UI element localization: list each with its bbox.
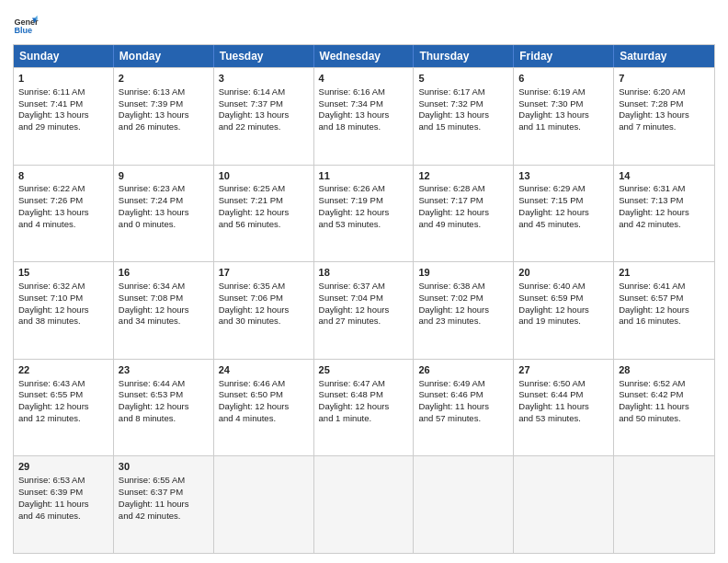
day-info-line: Sunrise: 6:44 AM: [119, 378, 209, 390]
day-info-line: Sunset: 6:53 PM: [119, 389, 209, 401]
day-info-line: Sunrise: 6:17 AM: [418, 86, 508, 98]
day-cell-15: 15Sunrise: 6:32 AMSunset: 7:10 PMDayligh…: [14, 262, 114, 359]
day-cell-14: 14Sunrise: 6:31 AMSunset: 7:13 PMDayligh…: [614, 166, 714, 262]
day-cell-4: 4Sunrise: 6:16 AMSunset: 7:34 PMDaylight…: [314, 68, 415, 165]
day-info-line: Sunrise: 6:11 AM: [18, 86, 108, 98]
day-info-line: Sunset: 6:39 PM: [18, 487, 108, 499]
day-info-line: Sunset: 7:10 PM: [18, 293, 108, 304]
day-number: 16: [119, 266, 209, 280]
header-day-wednesday: Wednesday: [314, 45, 415, 67]
day-info-line: Daylight: 13 hours: [619, 109, 710, 121]
day-info-line: Daylight: 12 hours: [18, 401, 108, 413]
day-info-line: Sunset: 7:37 PM: [219, 98, 309, 110]
day-number: 11: [319, 169, 409, 183]
day-info-line: Daylight: 12 hours: [518, 207, 609, 219]
empty-cell: [514, 456, 614, 553]
day-cell-10: 10Sunrise: 6:25 AMSunset: 7:21 PMDayligh…: [214, 166, 314, 262]
day-info-line: and 18 minutes.: [319, 121, 409, 133]
header-day-monday: Monday: [114, 45, 214, 67]
day-number: 3: [219, 72, 309, 86]
day-number: 18: [319, 266, 409, 280]
day-info-line: Sunset: 7:28 PM: [619, 98, 710, 110]
day-info-line: Sunrise: 6:55 AM: [119, 475, 209, 487]
day-info-line: Sunrise: 6:26 AM: [319, 183, 409, 195]
calendar: SundayMondayTuesdayWednesdayThursdayFrid…: [13, 44, 715, 554]
day-info-line: Sunrise: 6:19 AM: [518, 86, 609, 98]
day-info-line: and 4 minutes.: [18, 219, 108, 231]
day-info-line: Sunset: 7:21 PM: [219, 195, 309, 207]
day-info-line: and 34 minutes.: [119, 316, 209, 327]
day-info-line: Sunrise: 6:38 AM: [418, 281, 508, 293]
day-cell-17: 17Sunrise: 6:35 AMSunset: 7:06 PMDayligh…: [214, 262, 314, 359]
day-info-line: Sunrise: 6:46 AM: [219, 378, 309, 390]
day-info-line: Daylight: 11 hours: [18, 499, 108, 511]
day-cell-28: 28Sunrise: 6:52 AMSunset: 6:42 PMDayligh…: [614, 360, 714, 456]
day-info-line: and 19 minutes.: [518, 316, 609, 327]
day-info-line: Daylight: 12 hours: [619, 304, 710, 316]
day-info-line: Daylight: 13 hours: [119, 207, 209, 219]
day-cell-25: 25Sunrise: 6:47 AMSunset: 6:48 PMDayligh…: [314, 360, 415, 456]
day-info-line: and 53 minutes.: [319, 219, 409, 231]
day-info-line: Sunset: 7:17 PM: [418, 195, 508, 207]
day-info-line: and 0 minutes.: [119, 219, 209, 231]
day-number: 26: [418, 363, 508, 377]
day-number: 10: [219, 169, 309, 183]
day-number: 14: [619, 169, 710, 183]
day-info-line: Daylight: 13 hours: [219, 109, 309, 121]
empty-cell: [214, 456, 314, 553]
day-info-line: Sunrise: 6:23 AM: [119, 183, 209, 195]
day-info-line: and 16 minutes.: [619, 316, 710, 327]
day-info-line: Sunrise: 6:53 AM: [18, 475, 108, 487]
day-info-line: Sunrise: 6:28 AM: [418, 183, 508, 195]
day-info-line: Daylight: 12 hours: [319, 207, 409, 219]
day-info-line: Sunset: 6:46 PM: [418, 389, 508, 401]
day-info-line: and 49 minutes.: [418, 219, 508, 231]
day-cell-27: 27Sunrise: 6:50 AMSunset: 6:44 PMDayligh…: [514, 360, 614, 456]
day-info-line: and 45 minutes.: [518, 219, 609, 231]
day-cell-2: 2Sunrise: 6:13 AMSunset: 7:39 PMDaylight…: [114, 68, 214, 165]
day-info-line: and 15 minutes.: [418, 121, 508, 133]
day-cell-11: 11Sunrise: 6:26 AMSunset: 7:19 PMDayligh…: [314, 166, 415, 262]
day-info-line: Daylight: 12 hours: [418, 304, 508, 316]
day-info-line: and 46 minutes.: [18, 511, 108, 523]
day-info-line: and 26 minutes.: [119, 121, 209, 133]
day-cell-20: 20Sunrise: 6:40 AMSunset: 6:59 PMDayligh…: [514, 262, 614, 359]
day-number: 25: [319, 363, 409, 377]
day-info-line: Sunset: 6:55 PM: [18, 389, 108, 401]
day-info-line: Sunset: 7:24 PM: [119, 195, 209, 207]
day-info-line: Sunset: 7:06 PM: [219, 293, 309, 304]
header-day-tuesday: Tuesday: [214, 45, 314, 67]
day-cell-23: 23Sunrise: 6:44 AMSunset: 6:53 PMDayligh…: [114, 360, 214, 456]
day-number: 29: [18, 460, 108, 474]
header-day-friday: Friday: [514, 45, 614, 67]
day-number: 23: [119, 363, 209, 377]
logo-icon: General Blue: [13, 13, 39, 39]
day-info-line: and 4 minutes.: [219, 413, 309, 425]
day-info-line: Sunrise: 6:22 AM: [18, 183, 108, 195]
day-number: 13: [518, 169, 609, 183]
day-info-line: Daylight: 13 hours: [319, 109, 409, 121]
day-cell-19: 19Sunrise: 6:38 AMSunset: 7:02 PMDayligh…: [414, 262, 514, 359]
day-info-line: Daylight: 12 hours: [518, 304, 609, 316]
calendar-row-4: 29Sunrise: 6:53 AMSunset: 6:39 PMDayligh…: [14, 455, 714, 553]
day-cell-7: 7Sunrise: 6:20 AMSunset: 7:28 PMDaylight…: [614, 68, 714, 165]
day-info-line: and 38 minutes.: [18, 316, 108, 327]
day-number: 27: [518, 363, 609, 377]
day-number: 21: [619, 266, 710, 280]
day-info-line: Sunrise: 6:49 AM: [418, 378, 508, 390]
day-number: 30: [119, 460, 209, 474]
day-info-line: Sunset: 7:41 PM: [18, 98, 108, 110]
day-info-line: Daylight: 11 hours: [619, 401, 710, 413]
day-number: 5: [418, 72, 508, 86]
day-cell-29: 29Sunrise: 6:53 AMSunset: 6:39 PMDayligh…: [14, 456, 114, 553]
calendar-row-3: 22Sunrise: 6:43 AMSunset: 6:55 PMDayligh…: [14, 359, 714, 456]
day-info-line: and 56 minutes.: [219, 219, 309, 231]
day-info-line: Daylight: 13 hours: [518, 109, 609, 121]
day-info-line: Sunset: 6:44 PM: [518, 389, 609, 401]
day-info-line: Sunrise: 6:40 AM: [518, 281, 609, 293]
day-info-line: Sunrise: 6:43 AM: [18, 378, 108, 390]
day-info-line: and 11 minutes.: [518, 121, 609, 133]
day-info-line: Daylight: 12 hours: [119, 304, 209, 316]
day-cell-1: 1Sunrise: 6:11 AMSunset: 7:41 PMDaylight…: [14, 68, 114, 165]
day-info-line: Daylight: 12 hours: [119, 401, 209, 413]
